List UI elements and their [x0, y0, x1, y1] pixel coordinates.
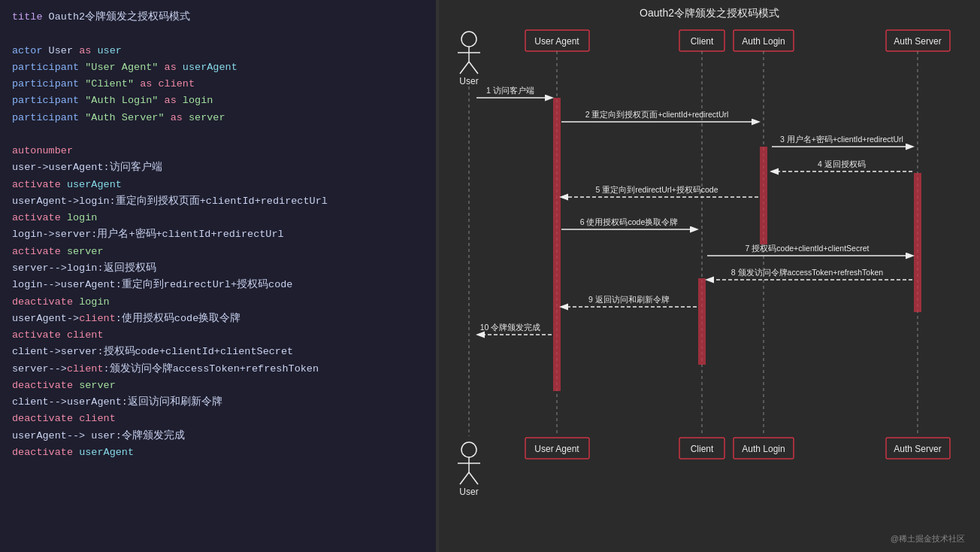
participant-authlogin-bottom: Auth Login	[742, 444, 785, 454]
code-line-l9: autonumber	[12, 143, 424, 159]
participant-client-bottom: Client	[691, 444, 714, 454]
code-line-l22: server-->client:颁发访问令牌accessToken+refres…	[12, 361, 424, 378]
code-line-l12: userAgent->login:重定向到授权页面+clientId+redir…	[12, 193, 424, 210]
code-line-l20: activate client	[12, 327, 424, 344]
participant-useragent-top: User Agent	[534, 36, 579, 47]
user-label-top: User	[459, 76, 478, 86]
code-line-l21: client->server:授权码code+clientId+clientSe…	[12, 344, 424, 360]
code-line-l25: deactivate client	[12, 411, 424, 427]
msg7-label: 7 授权码code+clientId+clientSecret	[746, 244, 870, 253]
msg4-label: 4 返回授权码	[818, 159, 866, 168]
code-line-l6: participant "Auth Login" as login	[12, 93, 424, 109]
code-line-l1: title Oauth2令牌颁发之授权码模式	[12, 9, 424, 26]
code-line-l27: deactivate userAgent	[12, 444, 424, 461]
msg6-label: 6 使用授权码code换取令牌	[580, 217, 679, 226]
code-line-l19: userAgent->client:使用授权码code换取令牌	[12, 311, 424, 327]
msg8-label: 8 颁发访问令牌accessToken+refreshToken	[731, 268, 883, 277]
code-line-l4: participant "User Agent" as userAgent	[12, 59, 424, 76]
code-line-l23: deactivate server	[12, 378, 424, 394]
watermark: @稀土掘金技术社区	[891, 534, 965, 543]
msg9-label: 9 返回访问和刷新令牌	[588, 295, 670, 304]
user-label-bottom: User	[459, 487, 478, 497]
msg10-label: 10 令牌颁发完成	[480, 323, 541, 332]
svg-rect-0	[439, 0, 980, 552]
svg-rect-16	[760, 147, 767, 244]
msg5-label: 5 重定向到redirectUrl+授权码code	[595, 185, 718, 194]
msg1-label: 1 访问客户端	[486, 86, 534, 95]
participant-autlogin-top: Auth Login	[742, 36, 785, 47]
code-line-l10: user->userAgent:访问客户端	[12, 159, 424, 176]
participant-client-top: Client	[691, 36, 714, 47]
code-line-l13: activate login	[12, 210, 424, 226]
participant-authserver-bottom: Auth Server	[894, 444, 941, 454]
code-line-l2	[12, 26, 424, 42]
msg2-label: 2 重定向到授权页面+clientId+redirectUrl	[585, 110, 729, 119]
code-line-l3: actor User as user	[12, 43, 424, 59]
code-line-l14: login->server:用户名+密码+clientId+redirectUr…	[12, 226, 424, 243]
code-editor: title Oauth2令牌颁发之授权码模式 actor User as use…	[0, 0, 436, 552]
code-line-l5: participant "Client" as client	[12, 76, 424, 93]
svg-rect-18	[698, 278, 706, 365]
svg-rect-15	[553, 98, 561, 391]
code-line-l7: participant "Auth Server" as server	[12, 110, 424, 126]
participant-useragent-bottom: User Agent	[534, 444, 579, 454]
msg3-label: 3 用户名+密码+clientId+redirectUrl	[780, 135, 903, 144]
code-line-l8	[12, 126, 424, 143]
diagram-panel: Oauth2令牌颁发之授权码模式 User Agent Client Auth …	[439, 0, 980, 552]
code-line-l11: activate userAgent	[12, 177, 424, 193]
diagram-title: Oauth2令牌颁发之授权码模式	[640, 7, 779, 19]
code-line-l15: activate server	[12, 244, 424, 260]
code-line-l16: server-->login:返回授权码	[12, 260, 424, 277]
participant-authserver-top: Auth Server	[894, 36, 941, 47]
code-line-l18: deactivate login	[12, 294, 424, 311]
code-line-l24: client-->userAgent:返回访问和刷新令牌	[12, 394, 424, 411]
svg-rect-17	[914, 173, 921, 312]
code-line-l17: login-->userAgent:重定向到redirectUrl+授权码cod…	[12, 277, 424, 293]
code-line-l26: userAgent--> user:令牌颁发完成	[12, 428, 424, 444]
